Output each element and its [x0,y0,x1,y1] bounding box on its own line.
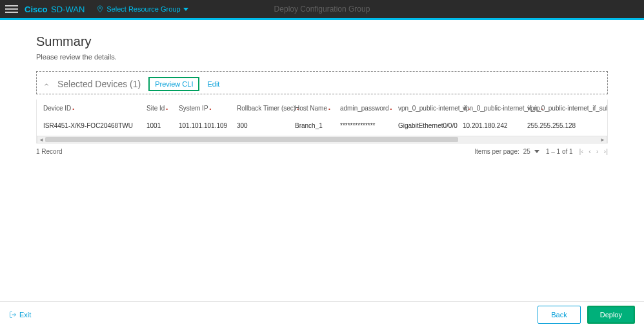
col-vpn-static-net[interactable]: vpn_0_static_ipv4_network_addr• [605,100,607,117]
page-subtitle: Please review the details. [36,53,608,61]
pager-first-icon[interactable]: |‹ [579,147,584,155]
brand-sdwan: SD-WAN [51,5,85,14]
col-vpn-if[interactable]: vpn_0_public-internet_if• [392,100,456,117]
cell-vpn-if-ip: 10.201.180.242 [456,117,521,134]
cell-rollback: 300 [230,117,288,134]
table-row[interactable]: ISR4451-X/K9-FOC20468TWU 1001 101.101.10… [37,117,607,134]
cell-admin-password: ************** [334,117,392,134]
items-per-page-select[interactable]: 25 [523,148,539,155]
pager-last-icon[interactable]: ›| [603,147,608,155]
scrollbar-thumb[interactable] [45,137,458,142]
brand-cisco: Cisco [25,5,47,14]
pager-prev-icon[interactable]: ‹ [589,147,591,155]
items-per-page-label: Items per page: [474,148,519,155]
collapse-chevron-icon[interactable] [43,81,50,87]
preview-cli-button[interactable]: Preview CLI [148,77,199,91]
selected-devices-header: Selected Devices (1) Preview CLI Edit [36,71,608,94]
scroll-left-icon[interactable]: ◄ [37,136,45,143]
exit-icon [9,311,17,319]
record-count: 1 Record [36,148,63,155]
col-admin-password[interactable]: admin_password• [334,100,392,117]
page-context-title: Deploy Configuration Group [274,5,370,14]
resource-group-selector[interactable]: Select Resource Group [96,5,188,13]
resource-group-label: Select Resource Group [106,5,180,13]
cell-system-ip: 101.101.101.109 [172,117,230,134]
col-vpn-if-ip[interactable]: vpn_0_public-internet_if_ip• [456,100,521,117]
deploy-button[interactable]: Deploy [587,306,635,324]
col-rollback[interactable]: Rollback Timer (sec)• [230,100,288,117]
main-content: Summary Please review the details. Selec… [0,20,644,155]
cell-vpn-static-net: 0.0.0.0 [605,117,607,134]
col-vpn-if-subnet[interactable]: vpn_0_public-internet_if_subnet• [521,100,605,117]
col-device-id[interactable]: Device ID• [37,100,140,117]
pager-range: 1 – 1 of 1 [546,148,573,155]
col-host-name[interactable]: Host Name• [288,100,334,117]
topbar: Cisco SD-WAN Select Resource Group Deplo… [0,0,644,18]
location-pin-icon [96,5,104,13]
hamburger-menu-icon[interactable] [5,5,18,13]
back-button[interactable]: Back [538,306,580,324]
pager-next-icon[interactable]: › [596,147,599,155]
exit-label: Exit [19,311,31,319]
pager-nav: |‹ ‹ › ›| [579,147,608,155]
pager: 1 Record Items per page: 25 1 – 1 of 1 |… [36,147,608,155]
table-header-row: Device ID• Site Id• System IP• Rollback … [37,100,607,117]
cell-site-id: 1001 [140,117,172,134]
exit-link[interactable]: Exit [9,311,31,319]
section-title: Selected Devices (1) [57,79,141,89]
col-site-id[interactable]: Site Id• [140,100,172,117]
chevron-down-icon [534,150,539,153]
chevron-down-icon [183,8,188,11]
cell-device-id: ISR4451-X/K9-FOC20468TWU [37,117,140,134]
cell-vpn-if: GigabitEthernet0/0/0 [392,117,456,134]
cell-host-name: Branch_1 [288,117,334,134]
page-title: Summary [36,34,608,49]
footer-bar: Exit Back Deploy [0,301,644,327]
devices-table: Device ID• Site Id• System IP• Rollback … [36,100,608,143]
scroll-right-icon[interactable]: ► [599,136,607,143]
col-system-ip[interactable]: System IP• [172,100,230,117]
items-per-page: Items per page: 25 [474,148,539,155]
cell-vpn-if-subnet: 255.255.255.128 [521,117,605,134]
items-per-page-value: 25 [523,148,530,155]
horizontal-scrollbar[interactable]: ◄ ► [37,136,607,143]
edit-link[interactable]: Edit [207,80,219,88]
brand: Cisco SD-WAN [25,5,85,14]
